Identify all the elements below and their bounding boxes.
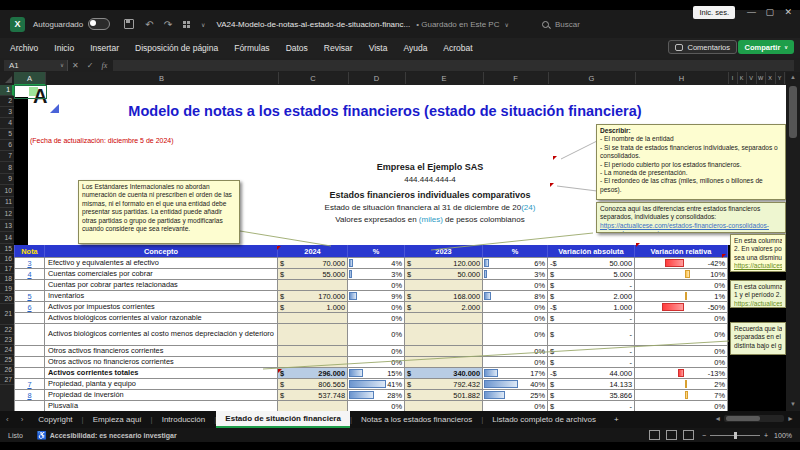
cell-B21[interactable]: Activos biológicos corrientes al costo m…: [45, 324, 278, 346]
cell-G15[interactable]: -$50.000: [548, 258, 635, 269]
quick-access-menu-icon[interactable]: [183, 21, 190, 28]
cell-D23[interactable]: 0%: [348, 357, 405, 368]
cell-D16[interactable]: 3%: [348, 269, 405, 280]
cell-G25[interactable]: $14.133: [548, 379, 635, 390]
note-link-6[interactable]: 6: [27, 303, 31, 312]
sheet-tab-introducci-n[interactable]: Introducción: [153, 411, 215, 428]
cell-C22[interactable]: [278, 346, 348, 357]
row-header-21[interactable]: 21: [0, 304, 14, 325]
cell-F19[interactable]: 0%: [483, 302, 548, 313]
cell-H22[interactable]: 0%: [635, 346, 728, 357]
cell-A22[interactable]: [14, 346, 45, 357]
column-header-B[interactable]: B: [45, 72, 279, 84]
autosave-toggle[interactable]: [88, 18, 110, 30]
cell-F21[interactable]: 0%: [483, 324, 548, 346]
row-header-25[interactable]: 25: [0, 355, 14, 365]
menu-f-rmulas[interactable]: Fórmulas: [234, 43, 269, 53]
cell-A16[interactable]: 4: [14, 269, 45, 280]
saved-status[interactable]: • Guardado en Este PC: [416, 20, 499, 29]
tab-scroll-right-icon[interactable]: ›: [21, 415, 24, 424]
maximize-button[interactable]: ▢: [765, 7, 774, 17]
menu-vista[interactable]: Vista: [369, 43, 388, 53]
sheet-tab-empieza-aqu-[interactable]: Empieza aquí: [84, 411, 151, 428]
cell-A20[interactable]: [14, 313, 45, 324]
table-header-concepto[interactable]: Concepto: [45, 245, 278, 258]
cell-F18[interactable]: 8%: [483, 291, 548, 302]
cell-A15[interactable]: 3: [14, 258, 45, 269]
row-header-22[interactable]: 22: [0, 325, 14, 335]
close-button[interactable]: ✕: [784, 7, 792, 17]
cell-E25[interactable]: $792.432: [405, 379, 483, 390]
row-header-15[interactable]: 15: [0, 244, 14, 254]
menu-datos[interactable]: Datos: [286, 43, 308, 53]
cell-F15[interactable]: 6%: [483, 258, 548, 269]
cell-A24[interactable]: [14, 368, 45, 379]
row-header-23[interactable]: 23: [0, 335, 14, 345]
cell-F20[interactable]: 0%: [483, 313, 548, 324]
cell-B23[interactable]: Otros activos no financieros corrientes: [45, 357, 278, 368]
share-button[interactable]: Compartir ∨: [738, 40, 794, 54]
save-icon[interactable]: [124, 19, 134, 29]
note-link-8[interactable]: 8: [27, 391, 31, 400]
cell-H20[interactable]: 0%: [635, 313, 728, 324]
row-header-7[interactable]: 7: [0, 151, 14, 162]
fx-icon[interactable]: fx: [101, 61, 107, 70]
cell-C26[interactable]: $537.748: [278, 390, 348, 401]
cell-A17[interactable]: [14, 280, 45, 291]
cell-B24[interactable]: Activos corrientes totales: [45, 368, 278, 379]
cell-E18[interactable]: $168.000: [405, 291, 483, 302]
cell-F23[interactable]: 0%: [483, 357, 548, 368]
cell-A25[interactable]: 7: [14, 379, 45, 390]
cell-C21[interactable]: [278, 324, 348, 346]
cell-G17[interactable]: $-: [548, 280, 635, 291]
note-link-4[interactable]: 4: [27, 270, 31, 279]
row-header-26[interactable]: 26: [0, 365, 14, 375]
cell-C23[interactable]: [278, 357, 348, 368]
row-header-9[interactable]: 9: [0, 174, 14, 185]
row-header-16[interactable]: 16: [0, 254, 14, 264]
row-header-14[interactable]: 14: [0, 232, 14, 244]
row-header-17[interactable]: 17: [0, 264, 14, 274]
zoom-in-icon[interactable]: +: [764, 432, 768, 439]
row-header-27[interactable]: 27: [0, 375, 14, 385]
row-header-6[interactable]: 6: [0, 140, 14, 151]
note-link-7[interactable]: 7: [27, 380, 31, 389]
column-header-A[interactable]: A: [14, 72, 46, 86]
row-header-4[interactable]: 4: [0, 118, 14, 129]
menu-disposici-n-de-p-gina[interactable]: Disposición de página: [135, 43, 218, 53]
horizontal-scroll-thumb[interactable]: [726, 416, 760, 421]
cell-H18[interactable]: 1%: [635, 291, 728, 302]
cell-B16[interactable]: Cuentas comerciales por cobrar: [45, 269, 278, 280]
row-header-11[interactable]: 11: [0, 197, 14, 208]
cell-A26[interactable]: 8: [14, 390, 45, 401]
hscroll-right-icon[interactable]: ►: [787, 415, 794, 422]
column-header-H[interactable]: H: [635, 72, 729, 84]
column-header-Y[interactable]: Y: [775, 72, 785, 84]
cell-H21[interactable]: 0%: [635, 324, 728, 346]
cell-H23[interactable]: 0%: [635, 357, 728, 368]
cell-C24[interactable]: $296.000: [278, 368, 348, 379]
sign-in-button[interactable]: Inic. ses.: [693, 6, 735, 19]
cell-C18[interactable]: $170.000: [278, 291, 348, 302]
cell-G16[interactable]: $5.000: [548, 269, 635, 280]
cell-D19[interactable]: 0%: [348, 302, 405, 313]
row-header-1[interactable]: 1: [0, 85, 14, 96]
cell-B26[interactable]: Propiedad de inversión: [45, 390, 278, 401]
redo-icon[interactable]: ↷: [164, 19, 172, 30]
zoom-level[interactable]: 100%: [774, 432, 792, 439]
row-header-24[interactable]: 24: [0, 345, 14, 355]
scroll-down-icon[interactable]: ▼: [786, 401, 800, 407]
cell-B18[interactable]: Inventarios: [45, 291, 278, 302]
cell-F17[interactable]: 0%: [483, 280, 548, 291]
sheet-tab-notas-a-los-estados-financieros[interactable]: Notas a los estados financieros: [352, 411, 481, 428]
table-header-nota[interactable]: Nota: [14, 245, 45, 258]
row-header-5[interactable]: 5: [0, 129, 14, 140]
menu-revisar[interactable]: Revisar: [324, 43, 353, 53]
cell-E21[interactable]: [405, 324, 483, 346]
cell-G20[interactable]: $-: [548, 313, 635, 324]
cell-C20[interactable]: [278, 313, 348, 324]
cell-H16[interactable]: 10%: [635, 269, 728, 280]
table-header-variaci-n-relativa[interactable]: Variación relativa: [635, 245, 728, 258]
cell-D24[interactable]: 15%: [348, 368, 405, 379]
menu-acrobat[interactable]: Acrobat: [443, 43, 472, 53]
